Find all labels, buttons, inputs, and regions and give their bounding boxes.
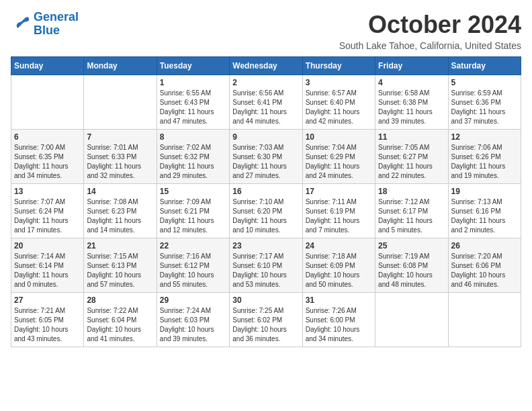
month-title: October 2024 — [339, 11, 521, 39]
day-number: 25 — [378, 241, 445, 250]
day-number: 23 — [232, 241, 299, 250]
day-info: Sunrise: 7:19 AM Sunset: 6:08 PM Dayligh… — [378, 252, 445, 289]
calendar-cell: 13Sunrise: 7:07 AM Sunset: 6:24 PM Dayli… — [11, 184, 84, 238]
day-number: 13 — [14, 187, 81, 196]
calendar-cell: 5Sunrise: 6:59 AM Sunset: 6:36 PM Daylig… — [448, 75, 521, 130]
day-info: Sunrise: 7:14 AM Sunset: 6:14 PM Dayligh… — [14, 252, 81, 289]
weekday-header: Wednesday — [230, 57, 302, 75]
day-info: Sunrise: 7:11 AM Sunset: 6:19 PM Dayligh… — [306, 197, 372, 235]
day-info: Sunrise: 7:21 AM Sunset: 6:05 PM Dayligh… — [14, 306, 81, 344]
day-number: 20 — [14, 241, 81, 250]
logo-line2: Blue — [34, 24, 60, 37]
calendar-cell: 21Sunrise: 7:15 AM Sunset: 6:13 PM Dayli… — [84, 238, 157, 293]
weekday-header: Saturday — [448, 57, 521, 75]
day-number: 27 — [14, 295, 81, 305]
calendar-cell: 17Sunrise: 7:11 AM Sunset: 6:19 PM Dayli… — [302, 184, 375, 238]
calendar-cell — [448, 293, 521, 347]
calendar-cell: 1Sunrise: 6:55 AM Sunset: 6:43 PM Daylig… — [157, 75, 229, 130]
weekday-header: Monday — [84, 57, 157, 75]
calendar-cell: 6Sunrise: 7:00 AM Sunset: 6:35 PM Daylig… — [11, 130, 84, 184]
calendar-cell: 25Sunrise: 7:19 AM Sunset: 6:08 PM Dayli… — [375, 238, 448, 293]
day-number: 15 — [160, 187, 226, 196]
calendar-header: SundayMondayTuesdayWednesdayThursdayFrid… — [11, 57, 521, 75]
logo-line1: General — [34, 10, 79, 24]
calendar-cell: 8Sunrise: 7:02 AM Sunset: 6:32 PM Daylig… — [157, 130, 229, 184]
day-number: 17 — [306, 187, 372, 196]
weekday-header: Friday — [375, 57, 448, 75]
calendar-cell: 9Sunrise: 7:03 AM Sunset: 6:30 PM Daylig… — [230, 130, 302, 184]
calendar-cell: 24Sunrise: 7:18 AM Sunset: 6:09 PM Dayli… — [302, 238, 375, 293]
day-info: Sunrise: 6:58 AM Sunset: 6:38 PM Dayligh… — [378, 89, 445, 126]
title-area: October 2024 South Lake Tahoe, Californi… — [339, 11, 521, 51]
calendar-week-row: 6Sunrise: 7:00 AM Sunset: 6:35 PM Daylig… — [11, 130, 521, 184]
day-info: Sunrise: 7:05 AM Sunset: 6:27 PM Dayligh… — [378, 143, 445, 181]
calendar-week-row: 13Sunrise: 7:07 AM Sunset: 6:24 PM Dayli… — [11, 184, 521, 238]
day-number: 8 — [160, 132, 226, 142]
day-number: 18 — [378, 187, 445, 196]
day-number: 30 — [232, 295, 299, 305]
day-info: Sunrise: 7:25 AM Sunset: 6:02 PM Dayligh… — [232, 306, 299, 344]
day-info: Sunrise: 7:15 AM Sunset: 6:13 PM Dayligh… — [87, 252, 153, 289]
day-info: Sunrise: 7:06 AM Sunset: 6:26 PM Dayligh… — [451, 143, 518, 181]
calendar-cell: 15Sunrise: 7:09 AM Sunset: 6:21 PM Dayli… — [157, 184, 229, 238]
day-info: Sunrise: 6:59 AM Sunset: 6:36 PM Dayligh… — [451, 89, 518, 126]
day-number: 21 — [87, 241, 153, 250]
day-number: 29 — [160, 295, 226, 305]
calendar-week-row: 1Sunrise: 6:55 AM Sunset: 6:43 PM Daylig… — [11, 75, 521, 130]
day-number: 28 — [87, 295, 153, 305]
day-number: 16 — [232, 187, 299, 196]
day-info: Sunrise: 7:12 AM Sunset: 6:17 PM Dayligh… — [378, 197, 445, 235]
logo-icon — [11, 14, 31, 34]
calendar-cell: 31Sunrise: 7:26 AM Sunset: 6:00 PM Dayli… — [302, 293, 375, 347]
calendar-week-row: 20Sunrise: 7:14 AM Sunset: 6:14 PM Dayli… — [11, 238, 521, 293]
calendar-body: 1Sunrise: 6:55 AM Sunset: 6:43 PM Daylig… — [11, 75, 521, 347]
calendar-cell: 29Sunrise: 7:24 AM Sunset: 6:03 PM Dayli… — [157, 293, 229, 347]
page-header: General Blue October 2024 South Lake Tah… — [11, 11, 521, 51]
calendar-cell: 2Sunrise: 6:56 AM Sunset: 6:41 PM Daylig… — [230, 75, 302, 130]
weekday-header: Tuesday — [157, 57, 229, 75]
calendar-table: SundayMondayTuesdayWednesdayThursdayFrid… — [11, 56, 521, 347]
weekday-header: Thursday — [302, 57, 375, 75]
location-label: South Lake Tahoe, California, United Sta… — [339, 40, 521, 51]
day-number: 12 — [451, 132, 518, 142]
day-info: Sunrise: 7:00 AM Sunset: 6:35 PM Dayligh… — [14, 143, 81, 181]
weekday-header: Sunday — [11, 57, 84, 75]
day-number: 7 — [87, 132, 153, 142]
calendar-cell — [11, 75, 84, 130]
calendar-cell: 30Sunrise: 7:25 AM Sunset: 6:02 PM Dayli… — [230, 293, 302, 347]
day-info: Sunrise: 6:57 AM Sunset: 6:40 PM Dayligh… — [306, 89, 372, 126]
day-number: 19 — [451, 187, 518, 196]
calendar-week-row: 27Sunrise: 7:21 AM Sunset: 6:05 PM Dayli… — [11, 293, 521, 347]
calendar-cell: 4Sunrise: 6:58 AM Sunset: 6:38 PM Daylig… — [375, 75, 448, 130]
day-info: Sunrise: 7:03 AM Sunset: 6:30 PM Dayligh… — [232, 143, 299, 181]
calendar-cell: 22Sunrise: 7:16 AM Sunset: 6:12 PM Dayli… — [157, 238, 229, 293]
day-info: Sunrise: 7:07 AM Sunset: 6:24 PM Dayligh… — [14, 197, 81, 235]
calendar-cell: 28Sunrise: 7:22 AM Sunset: 6:04 PM Dayli… — [84, 293, 157, 347]
calendar-cell: 23Sunrise: 7:17 AM Sunset: 6:10 PM Dayli… — [230, 238, 302, 293]
day-info: Sunrise: 7:20 AM Sunset: 6:06 PM Dayligh… — [451, 252, 518, 289]
day-number: 6 — [14, 132, 81, 142]
day-info: Sunrise: 7:24 AM Sunset: 6:03 PM Dayligh… — [160, 306, 226, 344]
day-number: 31 — [306, 295, 372, 305]
day-info: Sunrise: 7:04 AM Sunset: 6:29 PM Dayligh… — [306, 143, 372, 181]
calendar-cell: 12Sunrise: 7:06 AM Sunset: 6:26 PM Dayli… — [448, 130, 521, 184]
day-number: 3 — [306, 78, 372, 87]
calendar-cell: 20Sunrise: 7:14 AM Sunset: 6:14 PM Dayli… — [11, 238, 84, 293]
day-number: 9 — [232, 132, 299, 142]
day-info: Sunrise: 7:18 AM Sunset: 6:09 PM Dayligh… — [306, 252, 372, 289]
day-info: Sunrise: 6:56 AM Sunset: 6:41 PM Dayligh… — [232, 89, 299, 126]
day-info: Sunrise: 7:22 AM Sunset: 6:04 PM Dayligh… — [87, 306, 153, 344]
calendar-cell — [375, 293, 448, 347]
calendar-cell: 7Sunrise: 7:01 AM Sunset: 6:33 PM Daylig… — [84, 130, 157, 184]
calendar-cell: 11Sunrise: 7:05 AM Sunset: 6:27 PM Dayli… — [375, 130, 448, 184]
calendar-cell: 14Sunrise: 7:08 AM Sunset: 6:23 PM Dayli… — [84, 184, 157, 238]
calendar-cell: 27Sunrise: 7:21 AM Sunset: 6:05 PM Dayli… — [11, 293, 84, 347]
day-number: 14 — [87, 187, 153, 196]
day-info: Sunrise: 7:09 AM Sunset: 6:21 PM Dayligh… — [160, 197, 226, 235]
calendar-cell: 19Sunrise: 7:13 AM Sunset: 6:16 PM Dayli… — [448, 184, 521, 238]
day-info: Sunrise: 7:17 AM Sunset: 6:10 PM Dayligh… — [232, 252, 299, 289]
day-info: Sunrise: 7:16 AM Sunset: 6:12 PM Dayligh… — [160, 252, 226, 289]
day-info: Sunrise: 6:55 AM Sunset: 6:43 PM Dayligh… — [160, 89, 226, 126]
calendar-cell: 26Sunrise: 7:20 AM Sunset: 6:06 PM Dayli… — [448, 238, 521, 293]
day-number: 11 — [378, 132, 445, 142]
